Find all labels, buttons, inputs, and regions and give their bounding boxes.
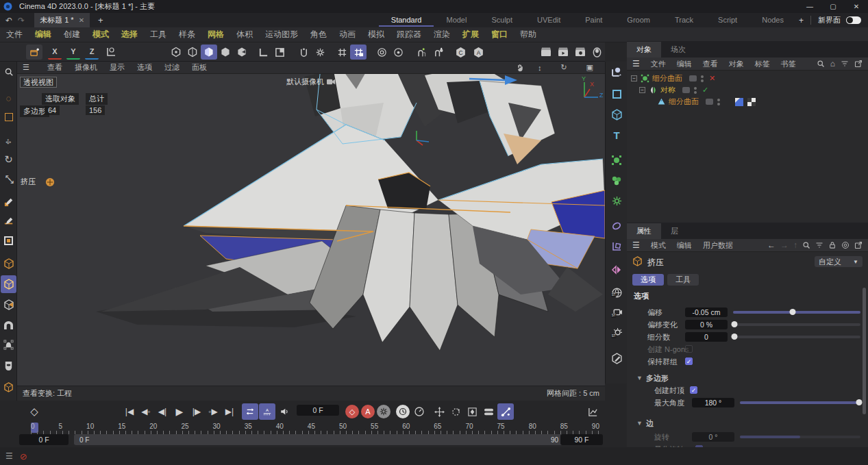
live-selection-button[interactable]: ◌ — [1, 89, 16, 107]
at-burger-icon[interactable]: ☰ — [632, 240, 640, 250]
prev-frame-button[interactable]: ◀| — [154, 403, 171, 420]
phong-tag-icon[interactable] — [735, 98, 743, 106]
pen-line-tool-button[interactable] — [1, 212, 16, 230]
object-row-subdivision-surface[interactable]: − 细分曲面 ✕ — [627, 73, 868, 84]
lock-y-button[interactable]: Y — [66, 45, 80, 60]
keyframe-diamond-button[interactable]: ◇ — [25, 403, 43, 420]
modeling-tool-1-button[interactable] — [1, 255, 16, 273]
render-view-button[interactable] — [538, 45, 554, 60]
viewport-burger-icon[interactable]: ☰ — [17, 63, 35, 72]
object-row-polygon[interactable]: 细分曲面 — [627, 96, 868, 108]
preset-dropdown[interactable]: 自定义 ▼ — [815, 256, 863, 267]
next-frame-button[interactable]: |▶ — [188, 403, 205, 420]
om-home-icon[interactable]: ⌂ — [830, 60, 835, 68]
visibility-dots[interactable] — [694, 87, 697, 94]
loop-mode-button[interactable] — [242, 403, 258, 420]
texture-tag-icon[interactable] — [747, 98, 756, 106]
primitive-cube-button[interactable] — [607, 105, 626, 124]
bridge-tool-button[interactable] — [1, 316, 16, 334]
layer-chip[interactable] — [706, 99, 713, 105]
fcurve-editor-button[interactable] — [584, 403, 601, 420]
spline-primitive-button[interactable] — [607, 85, 626, 103]
offset-field[interactable]: -0.05 cm — [685, 307, 728, 317]
om-menu-item-4[interactable]: 标签 — [749, 59, 776, 69]
deformer-button[interactable] — [607, 192, 626, 210]
menu-item-14[interactable]: 渲染 — [427, 29, 456, 40]
workspace-tab-1[interactable]: Model — [434, 14, 479, 27]
workspace-tab-5[interactable]: Groom — [615, 14, 662, 27]
status-bur​ger-icon[interactable]: ☰ — [5, 451, 13, 461]
section-edge[interactable]: 边 — [646, 418, 654, 429]
om-menu-item-1[interactable]: 编辑 — [671, 59, 697, 69]
enabled-check-icon[interactable]: ✓ — [702, 86, 708, 95]
forward-arrow-icon[interactable]: → — [780, 240, 789, 250]
offset-slider[interactable] — [733, 311, 860, 314]
no-entry-icon[interactable]: ⊘ — [20, 451, 27, 462]
frame-selected-button[interactable] — [1, 231, 16, 249]
back-arrow-icon[interactable]: ← — [767, 240, 776, 250]
prev-key-button[interactable]: ◀◦ — [138, 403, 154, 420]
om-burger-icon[interactable]: ☰ — [632, 59, 640, 68]
selection-object-button[interactable] — [1, 336, 16, 353]
max-angle-slider[interactable] — [740, 401, 860, 404]
preserve-groups-checkbox[interactable]: ✓ — [685, 357, 693, 365]
lock-z-button[interactable]: Z — [85, 45, 99, 60]
view-label[interactable]: 透视视图 — [20, 77, 57, 88]
pen-point-tool-button[interactable] — [1, 193, 16, 211]
workspace-tab-0[interactable]: Standard — [379, 14, 434, 27]
viewport-3d[interactable]: 透视视图 选取对象 总计 多边形 64 156 挤压 默认摄像机 Y X Z — [17, 74, 605, 386]
attributes-scrollbar[interactable] — [863, 288, 866, 414]
snap-radial-button[interactable] — [373, 45, 390, 60]
close-button[interactable]: ✕ — [845, 0, 868, 13]
at-search-icon[interactable] — [802, 241, 810, 249]
ngons-checkbox[interactable] — [685, 345, 693, 353]
sky-object-button[interactable]: ST — [607, 284, 626, 302]
max-angle-field[interactable]: 180 ° — [692, 398, 734, 407]
autokey-button[interactable]: A — [360, 403, 375, 420]
record-keyframe-button[interactable]: ◇ — [345, 403, 360, 420]
sound-button[interactable] — [276, 403, 293, 420]
light-object-button[interactable]: ST — [607, 325, 626, 343]
menu-item-0[interactable]: 文件 — [0, 29, 29, 40]
om-export-icon[interactable] — [854, 60, 863, 68]
menu-item-3[interactable]: 模式 — [86, 29, 115, 40]
key-scale-button[interactable] — [464, 403, 480, 420]
coordinate-system-button[interactable] — [103, 45, 119, 60]
snap-settings-button[interactable] — [390, 45, 406, 60]
solo-settings-button[interactable] — [430, 45, 447, 60]
caret-down-icon[interactable]: ▼ — [636, 420, 643, 427]
object-label[interactable]: 对称 — [660, 85, 675, 95]
workplane-button[interactable] — [271, 45, 288, 60]
null-axis-button[interactable] — [607, 237, 626, 255]
spline-pen-button[interactable] — [607, 63, 626, 81]
layer-chip[interactable] — [689, 75, 697, 81]
extrude-tool-button[interactable] — [1, 275, 16, 293]
material-edit-button[interactable] — [607, 349, 626, 368]
time-mode-button[interactable] — [395, 403, 410, 420]
at-export-icon[interactable] — [854, 241, 863, 249]
pan-hand-icon[interactable] — [516, 63, 525, 72]
at-target-icon[interactable] — [841, 241, 850, 249]
viewport-menu-item-3[interactable]: 选项 — [131, 62, 158, 73]
tab-layers[interactable]: 层 — [661, 223, 688, 239]
array-generator-button[interactable] — [607, 171, 626, 190]
menu-item-5[interactable]: 工具 — [144, 29, 173, 40]
dolly-icon[interactable]: ↕ — [532, 64, 548, 72]
rectangle-selection-button[interactable] — [1, 108, 16, 126]
modeling-tool-3-button[interactable] — [1, 378, 16, 396]
range-end-field[interactable]: 90 F — [560, 434, 603, 445]
menu-item-13[interactable]: 跟踪器 — [390, 29, 427, 40]
enable-axis-button[interactable] — [296, 45, 311, 60]
keyframe-settings-button[interactable] — [376, 403, 391, 420]
expand-icon[interactable]: − — [639, 87, 645, 93]
rotate-field[interactable]: 0 ° — [692, 432, 734, 442]
viewport-menu-item-5[interactable]: 面板 — [186, 62, 213, 73]
caret-down-icon[interactable]: ▼ — [636, 375, 643, 381]
workspace-tab-4[interactable]: Paint — [573, 14, 615, 27]
tab-tool[interactable]: 工具 — [667, 274, 699, 286]
weld-mask-button[interactable] — [1, 356, 16, 374]
subdivision-field[interactable]: 0 — [685, 332, 728, 342]
camera-label-chip[interactable]: 默认摄像机 — [286, 77, 336, 87]
menu-item-4[interactable]: 选择 — [115, 29, 144, 40]
tab-options[interactable]: 选项 — [632, 274, 664, 286]
